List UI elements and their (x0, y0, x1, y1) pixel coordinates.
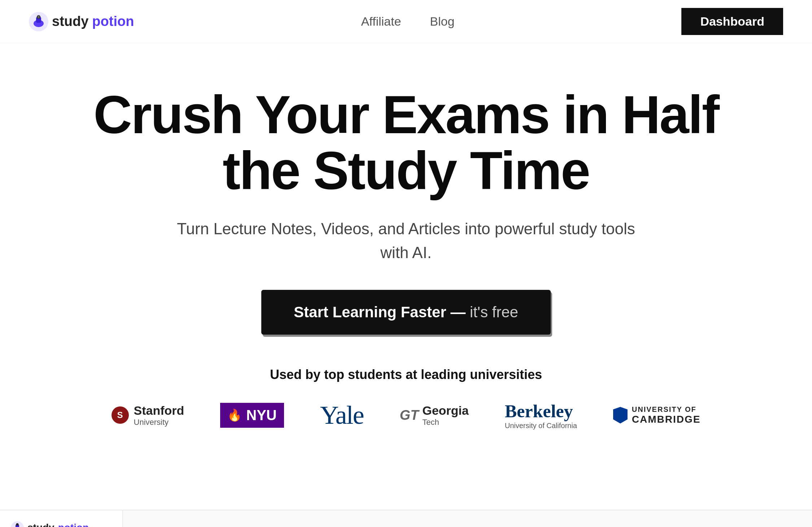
universities-section: Used by top students at leading universi… (29, 367, 783, 459)
cambridge-logo: University of Cambridge (613, 405, 701, 425)
cta-em-dash: — (446, 304, 470, 321)
hero-title: Crush Your Exams in Half the Study Time (81, 87, 731, 199)
hero-cta-button[interactable]: Start Learning Faster — it's free (261, 290, 551, 335)
cta-main-text: Start Learning Faster (294, 304, 446, 321)
stanford-logo: S Stanford University (112, 404, 184, 427)
dashboard-button[interactable]: Dashboard (681, 8, 783, 35)
yale-logo: Yale (320, 400, 364, 430)
berkeley-name: Berkeley (505, 401, 577, 422)
cambridge-shield-icon (613, 407, 628, 423)
preview-logo-potion: potion (58, 522, 89, 527)
nyu-logo: 🔥 NYU (220, 403, 284, 428)
berkeley-logo: Berkeley University of California (505, 401, 577, 430)
stanford-sub: University (134, 418, 184, 427)
berkeley-sub: University of California (505, 422, 577, 430)
university-logos: S Stanford University 🔥 NYU Yale GT Geor… (58, 400, 754, 430)
cambridge-name: Cambridge (632, 414, 701, 425)
preview-sidebar: studypotion 🏠 Dashboard 📇 Generate Flash… (0, 510, 123, 527)
nyu-text: NYU (246, 407, 276, 423)
hero-section: Crush Your Exams in Half the Study Time … (0, 43, 812, 488)
preview-logo-icon (11, 521, 24, 527)
logo-potion-text: potion (92, 14, 134, 29)
georgia-tech-logo: GT Georgia Tech (400, 404, 468, 427)
cambridge-univ-label: University of (632, 405, 701, 414)
nav-blog[interactable]: Blog (430, 14, 454, 29)
cta-free-text: it's free (470, 304, 518, 321)
gt-icon: GT (400, 408, 419, 423)
nyu-icon: 🔥 (227, 408, 242, 422)
dashboard-preview: studypotion 🏠 Dashboard 📇 Generate Flash… (0, 510, 812, 527)
preview-logo-study: study (27, 522, 54, 527)
nav-links: Affiliate Blog (361, 14, 454, 29)
svg-point-4 (38, 16, 40, 18)
preview-logo: studypotion (0, 521, 122, 527)
gt-sub: Tech (422, 418, 468, 427)
preview-main: Welcome, Aiden Reeves Generate Flashcard… (123, 510, 812, 527)
gt-name: Georgia (422, 404, 468, 418)
logo-icon (29, 12, 48, 31)
universities-label: Used by top students at leading universi… (58, 367, 754, 382)
svg-point-8 (16, 523, 19, 526)
stanford-icon: S (112, 406, 129, 424)
logo[interactable]: studypotion (29, 12, 134, 31)
navbar: studypotion Affiliate Blog Dashboard (0, 0, 812, 43)
nav-affiliate[interactable]: Affiliate (361, 14, 401, 29)
logo-study-text: study (52, 14, 88, 29)
stanford-name: Stanford (134, 404, 184, 418)
hero-subtitle: Turn Lecture Notes, Videos, and Articles… (29, 217, 783, 265)
